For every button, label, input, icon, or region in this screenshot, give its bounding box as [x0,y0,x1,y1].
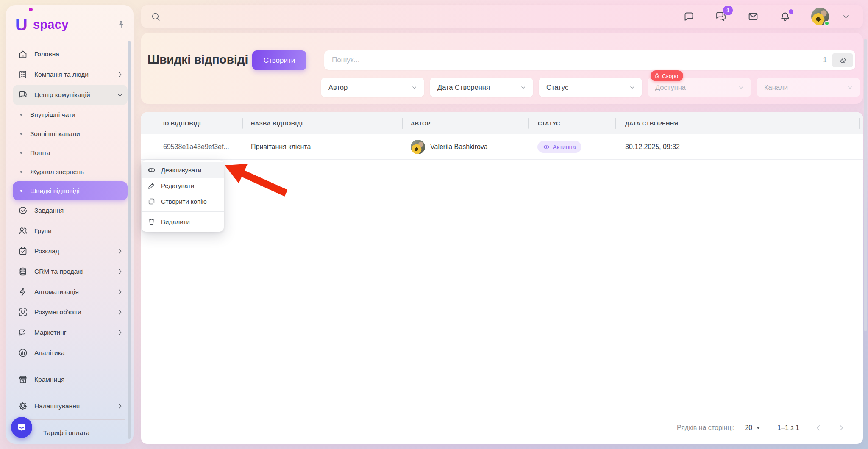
smart-objects-icon [18,307,28,317]
topbar: 1 [141,5,863,28]
home-icon [18,49,28,59]
avatar[interactable] [811,8,829,25]
sidebar-item-mail[interactable]: Пошта [13,143,128,162]
global-search-icon[interactable] [150,11,161,22]
menu-item-deactivate[interactable]: Деактивувати [142,162,224,178]
marketing-icon [18,327,28,338]
bullet-icon [20,133,22,135]
cell-created-date: 30.12.2025, 09:32 [625,134,680,160]
sidebar-item-label: Внутрішні чати [30,111,75,119]
search-box: 1 [324,50,855,70]
chevron-right-icon [117,71,123,78]
quick-replies-table: ID ВІДПОВІДІ НАЗВА ВІДПОВІДІ АВТОР СТАТУ… [141,112,863,444]
chevron-right-icon [117,403,123,410]
menu-item-label: Створити копію [161,198,207,205]
chevron-down-icon [847,84,853,91]
chevron-right-icon [117,268,123,275]
column-divider[interactable] [859,118,860,129]
column-divider[interactable] [528,118,529,129]
group-chat-icon[interactable]: 1 [715,11,727,22]
column-divider[interactable] [402,118,403,129]
sidebar-item-communication-center[interactable]: Центр комунікацій [13,85,128,105]
menu-item-duplicate[interactable]: Створити копію [142,194,224,209]
store-icon [18,374,28,385]
column-header-created[interactable]: ДАТА СТВОРЕННЯ [625,112,678,134]
next-page-button[interactable] [837,424,845,432]
menu-item-delete[interactable]: Видалити [142,214,224,230]
sidebar-item-internal-chats[interactable]: Внутрішні чати [13,105,128,124]
sidebar-item-analytics[interactable]: Аналітика [13,343,128,363]
chat-icon[interactable] [683,11,695,22]
sidebar-item-crm[interactable]: CRM та продажі [13,261,128,282]
sidebar-item-tasks[interactable]: Завдання [13,200,128,221]
table-header-row: ID ВІДПОВІДІ НАЗВА ВІДПОВІДІ АВТОР СТАТУ… [141,112,863,134]
sidebar-item-home[interactable]: Головна [13,44,128,64]
profile-chevron-down-icon[interactable] [842,12,850,21]
rows-per-page-select[interactable]: 20 [745,424,760,432]
pin-icon[interactable] [117,20,126,29]
sidebar-item-company[interactable]: Компанія та люди [13,64,128,85]
row-context-menu: Деактивувати Редагувати Створити копію В… [142,160,224,232]
sidebar-item-label: Зовнішні канали [30,130,80,138]
sidebar-item-label: Крамниця [34,376,64,383]
logo[interactable]: U spacy [15,16,126,33]
soon-badge-label: Скоро [662,73,678,79]
sidebar-item-external-channels[interactable]: Зовнішні канали [13,124,128,143]
sidebar-item-smart-objects[interactable]: Розумні об'єкти [13,302,128,322]
sidebar-item-marketing[interactable]: Маркетинг [13,322,128,343]
column-header-status[interactable]: СТАТУС [538,112,560,134]
column-divider[interactable] [615,118,616,129]
create-button[interactable]: Створити [252,50,306,70]
divider [15,393,125,393]
column-header-author[interactable]: АВТОР [411,112,431,134]
menu-divider [142,211,224,212]
sidebar-item-request-log[interactable]: Журнал звернень [13,162,128,181]
menu-item-label: Деактивувати [161,166,201,174]
window-scrollbar[interactable] [864,39,867,331]
sidebar-item-label: Завдання [34,207,64,214]
sidebar-item-schedule[interactable]: Розклад [13,241,128,261]
column-header-id[interactable]: ID ВІДПОВІДІ [163,112,201,134]
sidebar-item-settings[interactable]: Налаштування [13,396,128,416]
filter-status[interactable]: Статус [539,78,642,97]
chevron-right-icon [117,309,123,316]
rows-per-page-label: Рядків на сторінці: [677,424,734,432]
cell-reply-name: Привітання клієнта [251,134,311,160]
bell-icon[interactable] [779,11,791,22]
clear-search-button[interactable] [832,53,853,67]
column-header-name[interactable]: НАЗВА ВІДПОВІДІ [251,112,303,134]
topbar-actions: 1 [683,5,850,28]
search-input[interactable] [324,56,823,64]
support-chat-bubble-icon[interactable] [11,417,32,438]
sidebar-item-quick-replies[interactable]: Швидкі відповіді [13,181,128,200]
menu-item-label: Редагувати [161,182,195,189]
sidebar-item-label: Налаштування [34,402,80,410]
cell-status: Активна [537,134,581,160]
communication-icon [18,90,28,100]
divider [15,366,125,366]
sidebar-item-store[interactable]: Крамниця [13,369,128,390]
column-divider[interactable] [242,118,243,129]
toggle-icon [543,144,550,150]
sidebar-item-label: Журнал звернень [30,168,84,176]
filter-created-date[interactable]: Дата Створення [430,78,533,97]
sidebar-item-label: Маркетинг [34,329,66,336]
previous-page-button[interactable] [815,424,822,432]
filter-author[interactable]: Автор [321,78,424,97]
sidebar-item-automation[interactable]: Автоматизація [13,282,128,302]
analytics-icon [18,348,28,358]
bullet-icon [20,171,22,173]
divider [15,419,125,420]
menu-item-edit[interactable]: Редагувати [142,178,224,194]
bell-notification-dot [789,9,793,14]
mail-icon[interactable] [747,11,759,22]
bullet-icon [20,190,22,192]
sidebar-item-groups[interactable]: Групи [13,221,128,241]
chevron-right-icon [117,329,123,336]
sidebar-scrollbar[interactable] [128,41,131,439]
table-row[interactable]: 69538e1a43e9ef3ef... Привітання клієнта … [141,134,863,160]
toggle-icon [147,166,156,174]
cell-author: Valeriia Bashkirova [411,134,488,160]
filter-label: Статус [546,83,568,91]
sidebar: U spacy Головна Компанія та люди Центр к… [6,5,134,444]
